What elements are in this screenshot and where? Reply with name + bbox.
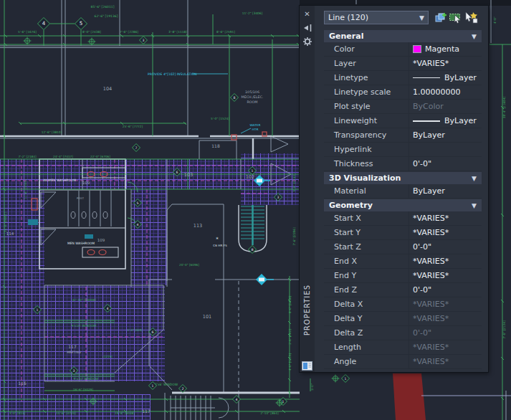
svg-text:6: 6 xyxy=(176,171,178,174)
property-value[interactable]: *VARIES* xyxy=(409,269,482,282)
drawing-label: 4'-0" xyxy=(493,16,497,24)
palette-toolbar xyxy=(433,11,478,24)
object-type-value: Line (120) xyxy=(328,13,368,22)
drawing-label: PROVIDE 4"[102] INSULATION xyxy=(148,72,196,76)
property-value[interactable]: 0'-0" xyxy=(409,240,482,254)
property-label: Linetype scale xyxy=(324,87,409,97)
auto-hide-icon[interactable] xyxy=(302,22,312,33)
drawing-label: 2'-6" [762] xyxy=(288,329,292,345)
drawing-label: 116 xyxy=(18,381,27,386)
palette-tab-label: PROPERTIES xyxy=(303,285,311,335)
object-type-dropdown[interactable]: Line (120) ▼ xyxy=(324,11,429,24)
property-value[interactable]: *VARIES* xyxy=(409,340,482,354)
drawing-label: 7'-6" [2286] xyxy=(292,227,296,246)
property-row: Delta Z0'-0" xyxy=(324,326,482,340)
property-label: Hyperlink xyxy=(324,145,409,154)
property-value[interactable]: 0'-0" xyxy=(409,326,482,340)
property-value[interactable]: Magenta xyxy=(409,42,482,56)
chevron-down-icon: ▼ xyxy=(419,14,424,22)
property-label: End Z xyxy=(324,285,409,295)
property-row: Linetype scale1.00000000 xyxy=(324,85,482,100)
property-value[interactable]: ByLayer xyxy=(409,114,482,128)
linetype-sample xyxy=(413,77,440,78)
drawing-label: MECH./ELEC. xyxy=(242,95,264,99)
property-label: Thickness xyxy=(324,159,409,168)
property-row: Start Y*VARIES* xyxy=(324,226,482,240)
drawing-label: 7'-2" [2184] xyxy=(18,155,37,158)
palette-tab[interactable]: PROPERTIES xyxy=(300,267,315,353)
property-value[interactable]: 0'-0" xyxy=(409,283,482,297)
gear-icon[interactable] xyxy=(302,36,312,47)
select-objects-button[interactable] xyxy=(448,11,463,24)
palette-content: Line (120) ▼ General▼ColorMagentaLayer*V… xyxy=(315,6,488,372)
drawing-label: 104 xyxy=(103,86,112,92)
property-row: Thickness0'-0" xyxy=(324,157,482,171)
property-value[interactable]: 1.00000000 xyxy=(409,85,482,99)
property-value[interactable]: *VARIES* xyxy=(409,297,482,311)
property-row: Length*VARIES* xyxy=(324,340,482,355)
drawing-label: 117 xyxy=(68,344,77,349)
drawing-label: 32'-10" [10008] xyxy=(72,298,96,302)
drawing-label: 12'-6" [3810] xyxy=(42,130,62,134)
drawing-label: 117 xyxy=(142,409,151,414)
drawing-label: 9'x10' WINDOW xyxy=(74,377,100,381)
property-value[interactable]: ByColor xyxy=(409,100,482,113)
property-row: Hyperlink xyxy=(324,143,482,157)
property-row: Plot styleByColor xyxy=(324,100,482,114)
drawing-label: 2'-10" [864] xyxy=(260,411,279,415)
property-value[interactable] xyxy=(409,143,482,156)
svg-text:1: 1 xyxy=(345,377,347,381)
property-value[interactable]: *VARIES* xyxy=(409,226,482,239)
svg-text:8: 8 xyxy=(234,96,236,100)
drawing-label: 15'-6" [4724] xyxy=(56,411,76,415)
drawing-label: 25'-6" [7772] xyxy=(123,125,143,128)
drawing-label: 22'-0" [6706] xyxy=(90,155,110,158)
property-row: ColorMagenta xyxy=(324,42,482,57)
drawing-label: 105/106 xyxy=(245,90,259,94)
drawing-label: MEN WASHROOM xyxy=(67,242,95,245)
property-value[interactable]: *VARIES* xyxy=(409,355,482,368)
drawing-label: 85'-6" [26011] xyxy=(91,5,115,9)
section-header-general[interactable]: General▼ xyxy=(324,30,482,42)
svg-text:4: 4 xyxy=(107,307,109,310)
close-icon[interactable]: ✕ xyxy=(302,9,312,19)
property-value[interactable]: ByLayer xyxy=(409,71,482,85)
drawing-label: 38'-4" [11684] xyxy=(502,96,506,118)
property-value[interactable]: *VARIES* xyxy=(409,254,482,268)
quick-select-button[interactable] xyxy=(463,11,478,24)
property-label: End X xyxy=(324,257,409,266)
drawing-label: 109 xyxy=(82,181,90,185)
property-value[interactable]: ByLayer xyxy=(409,184,482,198)
drawing-label: 118 xyxy=(211,143,220,148)
property-value[interactable]: 0'-0" xyxy=(409,157,482,171)
drawing-label: WOMEN WASHROOM xyxy=(43,178,76,182)
svg-text:1: 1 xyxy=(252,169,254,173)
drawing-label: 103 xyxy=(184,172,193,178)
drawing-label: 1'-0" [305] xyxy=(127,328,143,332)
drawing-label: 16'-6" [5029] xyxy=(73,388,93,391)
drawing-label: 113 xyxy=(194,223,202,229)
palette-titlebar: ✕ PROPERTIES xyxy=(300,6,315,372)
section-header-3d-visualization[interactable]: 3D Visualization▼ xyxy=(324,172,482,184)
drawing-label: 11'-2" [3406] xyxy=(242,11,263,15)
section-header-geometry[interactable]: Geometry▼ xyxy=(324,199,482,211)
drawing-label: 62'-6" [19136] xyxy=(95,14,118,18)
svg-text:1: 1 xyxy=(37,308,39,312)
property-value[interactable]: *VARIES* xyxy=(409,211,482,225)
drawing-label: 9'-0" [2743] xyxy=(292,173,296,192)
property-row: End X*VARIES* xyxy=(324,254,482,269)
chevron-down-icon: ▼ xyxy=(472,33,477,40)
drawing-label: 8'-0" [2438] xyxy=(288,296,292,313)
property-label: Linetype xyxy=(324,73,409,82)
property-label: End Y xyxy=(324,271,409,280)
drawing-label: 31'-6" [9601] xyxy=(4,212,7,232)
property-row: MaterialByLayer xyxy=(324,184,482,199)
drawing-label: [1219] xyxy=(102,355,113,358)
property-value[interactable]: *VARIES* xyxy=(409,312,482,325)
toggle-pickadd-button[interactable] xyxy=(433,11,448,24)
color-swatch xyxy=(413,45,421,53)
autocad-app: { "colors": { "green": "#3fae63", "cyan"… xyxy=(0,0,511,420)
property-value[interactable]: ByLayer xyxy=(409,128,482,142)
palette-window-icon[interactable] xyxy=(302,360,312,369)
property-value[interactable]: *VARIES* xyxy=(409,57,482,70)
